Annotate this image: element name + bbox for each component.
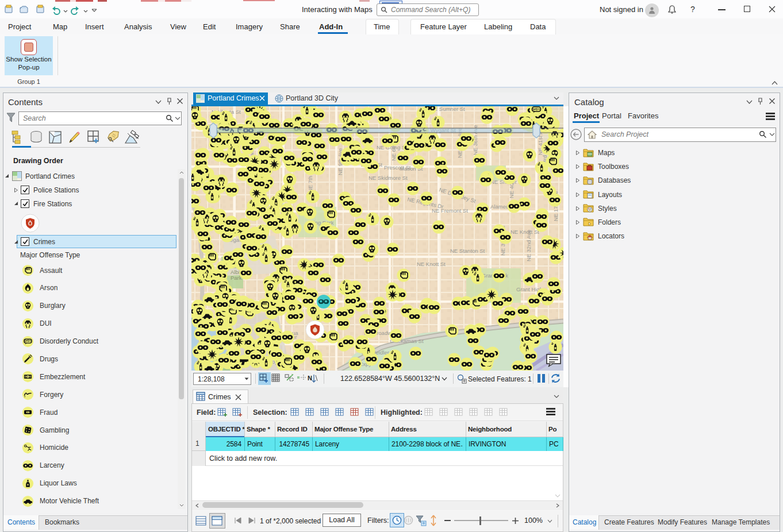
svg-text:NE Knott St: NE Knott St — [417, 261, 446, 267]
svg-text:NE 32nd Ave: NE 32nd Ave — [525, 230, 532, 261]
svg-text:NE Stanton St: NE Stanton St — [450, 248, 485, 254]
svg-text:NE Fremont St: NE Fremont St — [432, 207, 468, 214]
svg-text:NE Knott St: NE Knott St — [511, 229, 539, 235]
svg-text:NE Skidmore St: NE Skidmore St — [369, 175, 408, 181]
svg-text:N: N — [308, 375, 312, 381]
